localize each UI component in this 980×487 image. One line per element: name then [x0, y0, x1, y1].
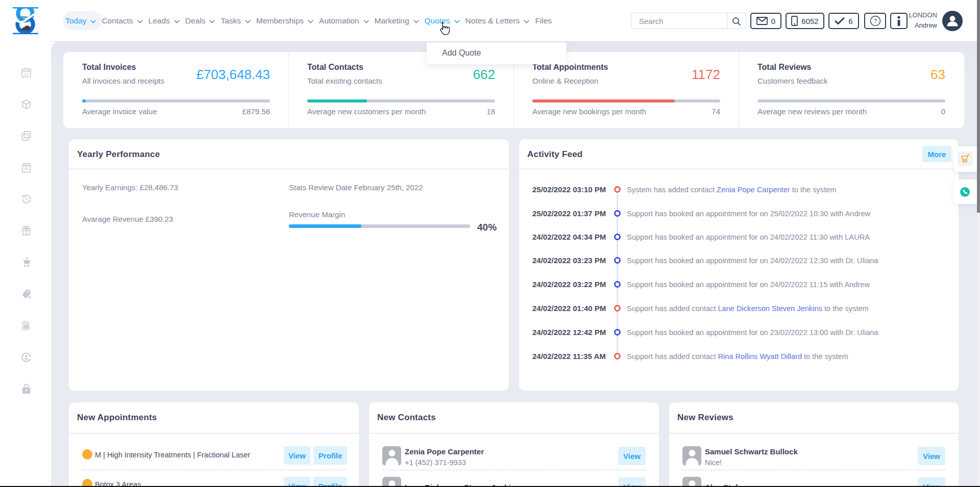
- svg-text:?: ?: [873, 18, 876, 24]
- svg-text:12: 12: [24, 72, 29, 76]
